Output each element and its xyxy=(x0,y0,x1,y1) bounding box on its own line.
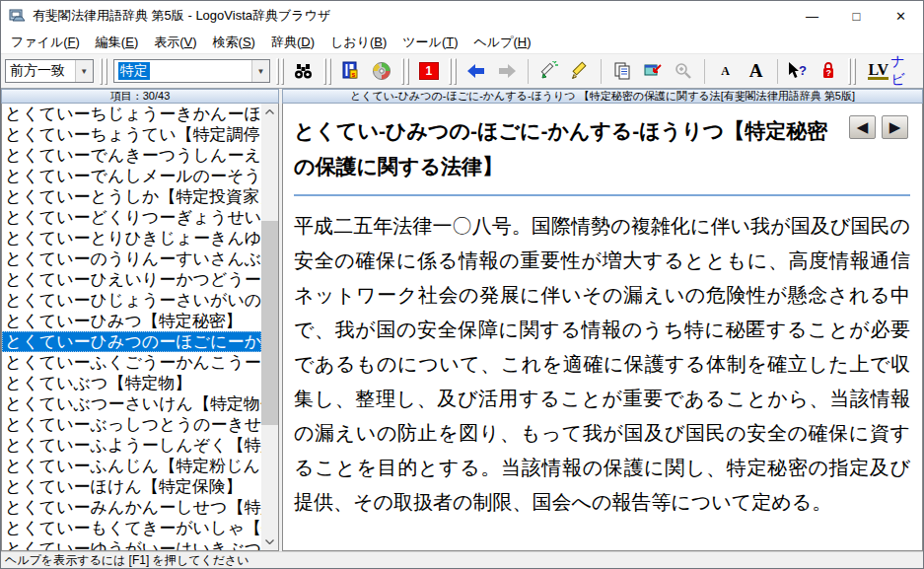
toolbar-gripper xyxy=(323,58,331,85)
search-mode-value: 前方一致 xyxy=(6,60,75,82)
article-pane-title: とくてい-ひみつの-ほごに-かんする-ほうりつ 【特定秘密の保護に関する法 xyxy=(350,89,721,104)
heading-rule xyxy=(294,194,910,196)
title-bar: 有斐閣法律用語辞典 第5版 - LogoVista辞典ブラウザ — □ ✕ xyxy=(1,1,923,31)
menu-item[interactable]: 検索(S) xyxy=(205,32,263,53)
toolbar-gripper xyxy=(848,58,856,85)
binoculars-icon xyxy=(294,63,313,80)
font-smaller-button[interactable]: A xyxy=(712,57,740,85)
marker-button[interactable] xyxy=(535,57,563,85)
toolbar-separator xyxy=(528,59,529,84)
pencil-icon xyxy=(570,61,590,81)
close-button[interactable]: ✕ xyxy=(879,2,923,31)
svg-text:?: ? xyxy=(826,68,832,78)
toolbar-gripper xyxy=(401,58,409,85)
main-area: 項目：30/43 とくていーちじょうーきかんーほうそとくていーちょうてい【特定調… xyxy=(1,89,923,551)
app-window: 有斐閣法律用語辞典 第5版 - LogoVista辞典ブラウザ — □ ✕ ファ… xyxy=(0,0,924,569)
back-arrow-icon xyxy=(467,64,485,78)
article-content: ◀ ▶ とくてい-ひみつの-ほごに-かんする-ほうりつ【特定秘密の保護に関する法… xyxy=(282,104,923,551)
list-item[interactable]: とくていーぶっしつとうのーきせいと xyxy=(2,414,261,435)
forward-button[interactable] xyxy=(493,57,521,85)
entry-body: 平成二五年法律一〇八号。国際情勢の複雑化に伴い我が国及び国民の安全の確保に係る情… xyxy=(294,209,910,520)
article-pane-source: [有斐閣法律用語辞典 第5版] xyxy=(721,89,855,104)
dictionary-icon: s xyxy=(341,61,361,81)
list-item[interactable]: とくていーひみつのーほごにーかん xyxy=(2,331,261,352)
help-cursor-icon: ? xyxy=(787,62,809,80)
context-help-button[interactable]: ? xyxy=(784,57,812,85)
copy-button[interactable] xyxy=(608,57,636,85)
list-item[interactable]: とくていーのうりんーすいさんぶつ xyxy=(2,249,261,269)
pencil-button[interactable] xyxy=(566,57,594,85)
copy-icon xyxy=(612,61,632,81)
scrollbar-thumb[interactable] xyxy=(261,221,278,425)
index-pane: 項目：30/43 とくていーちじょうーきかんーほうそとくていーちょうてい【特定調… xyxy=(1,89,279,551)
magnifier-icon xyxy=(675,62,692,80)
list-item[interactable]: とくていーちじょうーきかんーほうそ xyxy=(2,104,261,124)
list-item[interactable]: とくていーちょうてい【特定調停】 xyxy=(2,124,261,145)
search-mode-dropdown[interactable]: 前方一致 ▼ xyxy=(5,59,94,83)
font-larger-button[interactable]: A xyxy=(743,57,770,85)
cd-icon xyxy=(372,61,391,81)
list-scrollbar[interactable] xyxy=(261,104,278,550)
entry-heading: とくてい-ひみつの-ほごに-かんする-ほうりつ【特定秘密の保護に関する法律】 xyxy=(294,113,910,184)
index-pane-header: 項目：30/43 xyxy=(1,89,279,104)
list-item[interactable]: とくていーふんじん【特定粉じん】 xyxy=(2,456,261,476)
list-item[interactable]: とくていーでんきーつうしんーえきむ xyxy=(2,145,261,166)
next-entry-button[interactable]: ▶ xyxy=(882,115,908,139)
menu-item[interactable]: ツール(T) xyxy=(394,32,465,53)
lv-logo: LV xyxy=(868,62,888,80)
window-1-icon: 1 xyxy=(419,62,439,80)
app-icon xyxy=(9,8,27,24)
scroll-down-icon[interactable] xyxy=(261,533,278,550)
list-item[interactable]: とくていーひじょうーさいがいのーひ xyxy=(2,290,261,311)
screen-capture-icon xyxy=(643,61,663,81)
menu-item[interactable]: ファイル(F) xyxy=(3,32,88,53)
search-input[interactable]: 特定 ▼ xyxy=(113,59,270,83)
toolbar: 前方一致 ▼ 特定 ▼ s xyxy=(1,53,923,89)
menu-item[interactable]: しおり(B) xyxy=(322,32,394,53)
status-bar: ヘルプを表示するには [F1] を押してください xyxy=(1,551,923,568)
dictionary-list-button[interactable]: s xyxy=(337,57,365,85)
prev-entry-button[interactable]: ◀ xyxy=(849,115,876,139)
list-item[interactable]: とくていぶつーさいけん【特定物債 xyxy=(2,393,261,414)
list-item[interactable]: とくていーゆうがいーはいきぶつ【特 xyxy=(2,538,261,550)
list-item[interactable]: とくていーみんかんーしせつ【特定 xyxy=(2,497,261,518)
list-item[interactable]: とくていーとりひきじょーきんゆうーし xyxy=(2,228,261,249)
menu-item[interactable]: 辞典(D) xyxy=(263,32,322,53)
chevron-down-icon[interactable]: ▼ xyxy=(75,60,93,82)
lv-navi-label: ナビ xyxy=(890,53,913,89)
list-item[interactable]: とくていーどくりつーぎょうせいーほう xyxy=(2,207,261,228)
scroll-up-icon[interactable] xyxy=(261,104,278,120)
menu-item[interactable]: 表示(V) xyxy=(146,32,204,53)
capture-button[interactable] xyxy=(639,57,667,85)
list-item[interactable]: とくていーひえいりーかつどうーほう xyxy=(2,269,261,290)
toolbar-separator xyxy=(777,59,778,84)
chevron-down-icon[interactable]: ▼ xyxy=(251,60,269,82)
menu-item[interactable]: ヘルプ(H) xyxy=(466,32,539,53)
list-item[interactable]: とくていーひみつ【特定秘密】 xyxy=(2,311,261,331)
maximize-button[interactable]: □ xyxy=(834,2,879,31)
list-item[interactable]: とくていーとうしか【特定投資家】 xyxy=(2,186,261,207)
window-1-button[interactable]: 1 xyxy=(415,57,443,85)
toolbar-separator xyxy=(601,59,602,84)
list-item[interactable]: とくていーほけん【特定保険】 xyxy=(2,476,261,497)
zoom-button[interactable] xyxy=(670,57,697,85)
svg-text:?: ? xyxy=(799,63,807,78)
list-item[interactable]: とくていーもくてきーがいしゃ【特定 xyxy=(2,518,261,538)
large-a-icon: A xyxy=(749,60,763,82)
menu-item[interactable]: 編集(E) xyxy=(88,32,146,53)
search-input-value: 特定 xyxy=(118,62,150,80)
search-button[interactable] xyxy=(290,57,318,85)
article-pane: とくてい-ひみつの-ほごに-かんする-ほうりつ 【特定秘密の保護に関する法[有斐… xyxy=(282,89,923,551)
lv-navi-button[interactable]: LV ナビ xyxy=(862,57,919,85)
menu-bar: ファイル(F)編集(E)表示(V)検索(S)辞典(D)しおり(B)ツール(T)ヘ… xyxy=(1,31,923,53)
list-item[interactable]: とくていーふくごうーかんこうーしせ xyxy=(2,352,261,373)
toolbar-gripper xyxy=(449,58,457,85)
toolbar-gripper xyxy=(100,58,107,85)
list-item[interactable]: とくていーふようーしんぞく【特定扶 xyxy=(2,435,261,456)
list-item[interactable]: とくていーでんしメールのーそうしん xyxy=(2,166,261,186)
back-button[interactable] xyxy=(462,57,490,85)
minimize-button[interactable]: — xyxy=(790,2,834,31)
list-item[interactable]: とくていぶつ【特定物】 xyxy=(2,373,261,393)
support-button[interactable]: ? xyxy=(815,57,842,85)
online-dictionary-button[interactable] xyxy=(368,57,395,85)
